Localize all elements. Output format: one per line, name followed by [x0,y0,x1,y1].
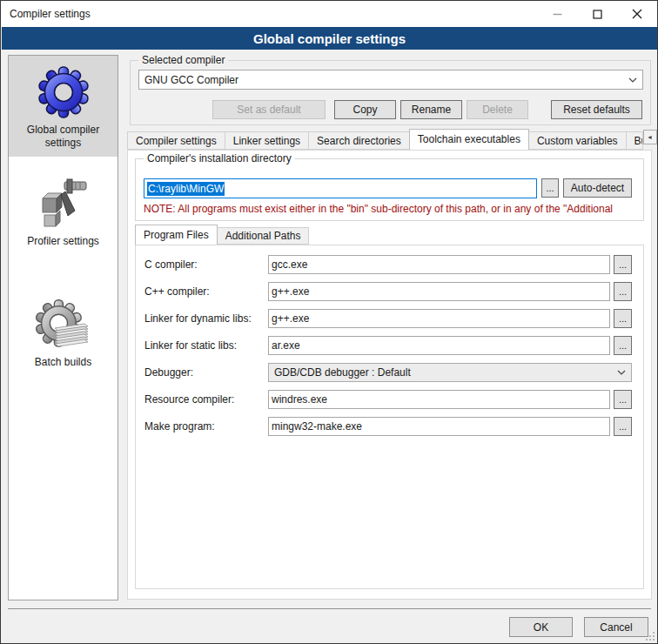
tab-compiler-settings[interactable]: Compiler settings [127,131,225,150]
dynamic-linker-input[interactable]: g++.exe [268,309,610,328]
resource-compiler-input[interactable]: windres.exe [268,390,610,409]
reset-defaults-button[interactable]: Reset defaults [551,100,642,119]
copy-button[interactable]: Copy [334,100,396,119]
installation-directory-row: C:\raylib\MinGW ... Auto-detect [144,178,632,198]
installation-note: NOTE: All programs must exist either in … [144,203,637,215]
field-label: C compiler: [144,258,198,271]
rename-button[interactable]: Rename [400,100,462,119]
field-value: windres.exe [272,393,327,406]
tab-linker-settings[interactable]: Linker settings [225,131,309,150]
browse-cpp-compiler-button[interactable]: ... [614,282,632,301]
tab-build-options[interactable]: Build options [626,131,643,150]
chevron-down-icon [628,77,637,83]
field-row-make-program: Make program: mingw32-make.exe ... [136,417,643,436]
group-legend: Selected compiler [138,54,228,67]
sidebar-item-label: Global compiler [10,124,116,137]
maximize-icon [593,10,602,19]
field-label: Make program: [144,420,215,433]
window-controls [537,1,657,27]
browse-resource-compiler-button[interactable]: ... [614,390,632,409]
field-row-c-compiler: C compiler: gcc.exe ... [136,255,643,274]
cancel-button[interactable]: Cancel [584,617,648,637]
field-label: C++ compiler: [144,285,210,298]
group-legend: Compiler's installation directory [144,152,295,165]
compiler-buttons-row: Set as default Copy Rename Delete Reset … [138,100,642,119]
maximize-button[interactable] [577,1,617,27]
c-compiler-input[interactable]: gcc.exe [268,255,610,274]
minimize-button [537,1,577,27]
tab-toolchain-executables[interactable]: Toolchain executables [409,129,529,150]
sidebar-item-label: Batch builds [10,356,116,369]
installation-directory-group: Compiler's installation directory C:\ray… [135,158,644,221]
page-title: Global compiler settings [2,27,657,50]
debugger-select-value: GDB/CDB debugger : Default [274,366,411,379]
selected-compiler-group: Selected compiler GNU GCC Compiler Set a… [130,60,651,125]
installation-directory-input[interactable]: C:\raylib\MinGW [144,178,537,198]
field-row-debugger: Debugger: GDB/CDB debugger : Default [136,363,643,382]
field-value: g++.exe [272,312,309,325]
chevron-down-icon [617,370,626,375]
settings-tab-bar: Compiler settings Linker settings Search… [127,130,652,150]
make-program-input[interactable]: mingw32-make.exe [268,417,610,436]
executables-subtab-bar: Program Files Additional Paths [135,225,308,245]
field-value: mingw32-make.exe [272,420,362,433]
static-linker-input[interactable]: ar.exe [268,336,610,355]
field-label: Debugger: [144,366,193,379]
tab-custom-variables[interactable]: Custom variables [528,131,627,150]
settings-category-list: Global compiler settings Profiler settin… [8,55,118,600]
selected-path-text: C:\raylib\MinGW [147,182,225,196]
compiler-settings-dialog: Compiler settings Global compiler settin… [0,0,658,644]
field-value: g++.exe [272,285,309,298]
browse-static-linker-button[interactable]: ... [614,336,632,355]
browse-dynamic-linker-button[interactable]: ... [614,309,632,328]
tab-scroll-buttons: ◄ ► [642,130,658,144]
field-value: gcc.exe [272,258,307,271]
browse-directory-button[interactable]: ... [541,178,559,198]
field-label: Resource compiler: [144,393,234,406]
sidebar-item-profiler-settings[interactable]: Profiler settings [9,167,118,255]
minimize-icon [553,10,562,19]
footer-separator [8,608,651,609]
close-button[interactable] [617,1,657,27]
titlebar[interactable]: Compiler settings [1,1,657,27]
ok-button[interactable]: OK [509,617,573,637]
auto-detect-button[interactable]: Auto-detect [563,178,632,198]
field-row-cpp-compiler: C++ compiler: g++.exe ... [136,282,643,301]
cpp-compiler-input[interactable]: g++.exe [268,282,610,301]
window-title: Compiler settings [1,8,91,20]
compiler-select-value: GNU GCC Compiler [144,74,238,86]
field-label: Linker for dynamic libs: [144,312,252,325]
field-row-dynamic-linker: Linker for dynamic libs: g++.exe ... [136,309,643,328]
tab-search-directories[interactable]: Search directories [308,131,410,150]
field-row-static-linker: Linker for static libs: ar.exe ... [136,336,643,355]
blue-gear-icon [36,64,91,120]
program-files-page: C compiler: gcc.exe ... C++ compiler: g+… [135,245,644,589]
browse-make-program-button[interactable]: ... [614,417,632,436]
gray-gear-stack-icon [36,297,91,352]
caliper-icon [36,176,91,231]
browse-c-compiler-button[interactable]: ... [614,255,632,274]
set-as-default-button: Set as default [212,100,326,119]
compiler-select[interactable]: GNU GCC Compiler [138,70,643,90]
subtab-program-files[interactable]: Program Files [135,225,218,245]
field-label: Linker for static libs: [144,339,237,352]
tab-scroll-left-icon[interactable]: ◄ [643,130,657,144]
delete-button: Delete [467,100,528,119]
close-icon [632,9,642,19]
sidebar-item-batch-builds[interactable]: Batch builds [9,288,118,376]
subtab-additional-paths[interactable]: Additional Paths [217,227,310,245]
sidebar-item-label: Profiler settings [10,235,116,248]
debugger-select[interactable]: GDB/CDB debugger : Default [268,363,632,382]
resize-grip[interactable] [646,632,655,641]
field-value: ar.exe [272,339,300,352]
field-row-resource-compiler: Resource compiler: windres.exe ... [136,390,643,409]
sidebar-item-global-compiler-settings[interactable]: Global compiler settings [9,56,118,157]
sidebar-item-label: settings [10,137,116,150]
toolchain-executables-page: Compiler's installation directory C:\ray… [127,150,652,600]
